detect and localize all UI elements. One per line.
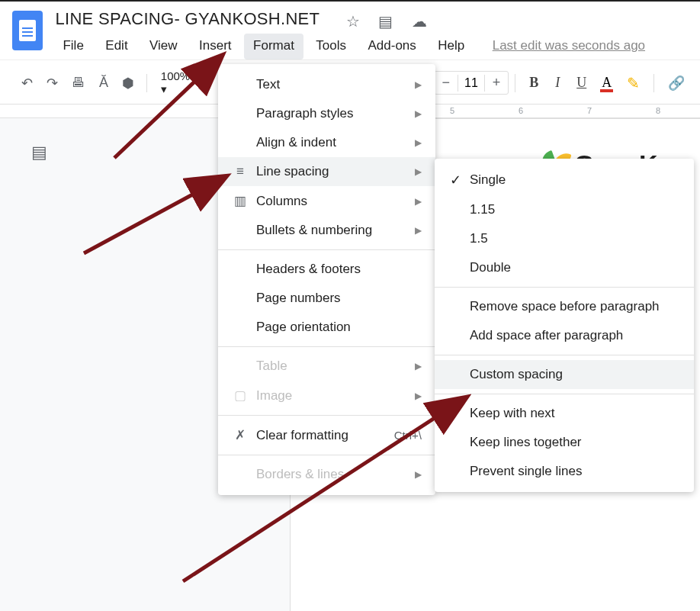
format-line-spacing[interactable]: ≡Line spacing▶ — [218, 157, 435, 186]
print-button[interactable]: 🖶 — [66, 72, 92, 94]
spacing-keep-lines-together[interactable]: Keep lines together — [435, 428, 694, 457]
undo-button[interactable]: ↶ — [15, 72, 39, 95]
spacing-keep-with-next[interactable]: Keep with next — [435, 399, 694, 428]
highlight-button[interactable]: ✎ — [619, 71, 647, 95]
format-dropdown: Text▶ Paragraph styles▶ Align & indent▶ … — [218, 64, 435, 495]
menu-edit[interactable]: Edit — [96, 34, 136, 59]
font-size-plus[interactable]: + — [485, 72, 509, 94]
header: LINE SPACING- GYANKOSH.NET ☆ ▤ ☁ File Ed… — [0, 2, 700, 59]
line-spacing-submenu: ✓Single 1.15 1.5 Double Remove space bef… — [435, 159, 694, 492]
text-color-button[interactable]: A — [596, 72, 618, 94]
spacing-add-after[interactable]: Add space after paragraph — [435, 321, 694, 350]
format-headers-footers[interactable]: Headers & footers — [218, 255, 435, 284]
move-icon[interactable]: ▤ — [378, 13, 393, 30]
menu-tools[interactable]: Tools — [307, 34, 355, 59]
menu-insert[interactable]: Insert — [190, 34, 241, 59]
font-size-minus[interactable]: − — [435, 72, 458, 94]
spacing-single[interactable]: ✓Single — [435, 165, 694, 195]
spacing-prevent-single-lines[interactable]: Prevent single lines — [435, 457, 694, 486]
format-clear-formatting[interactable]: ✗Clear formattingCtrl+\ — [218, 420, 435, 450]
format-image: ▢Image▶ — [218, 381, 435, 410]
format-borders-lines: Borders & lines▶ — [218, 460, 435, 489]
format-text[interactable]: Text▶ — [218, 70, 435, 99]
spacing-115[interactable]: 1.15 — [435, 195, 694, 224]
format-page-numbers[interactable]: Page numbers — [218, 284, 435, 313]
bold-button[interactable]: B — [522, 72, 546, 94]
docs-logo-icon[interactable] — [12, 11, 43, 50]
outline-toggle-icon[interactable]: ▤ — [26, 140, 52, 166]
menu-file[interactable]: File — [53, 34, 92, 59]
format-columns[interactable]: ▥Columns▶ — [218, 186, 435, 216]
insert-link-button[interactable]: 🔗 — [660, 72, 692, 95]
format-bullets-numbering[interactable]: Bullets & numbering▶ — [218, 216, 435, 245]
format-paragraph-styles[interactable]: Paragraph styles▶ — [218, 99, 435, 128]
underline-button[interactable]: U — [569, 72, 594, 94]
menubar: File Edit View Insert Format Tools Add-o… — [52, 34, 645, 59]
font-size-value[interactable]: 11 — [458, 75, 485, 92]
italic-button[interactable]: I — [547, 72, 567, 94]
spacing-remove-before[interactable]: Remove space before paragraph — [435, 292, 694, 321]
zoom-select[interactable]: 100% ▾ — [153, 66, 200, 99]
menu-view[interactable]: View — [140, 34, 187, 59]
clear-format-icon: ✗ — [230, 427, 250, 443]
paint-format-button[interactable]: ⬢ — [116, 72, 140, 95]
spellcheck-button[interactable]: Ă — [93, 72, 114, 94]
last-edit-link[interactable]: Last edit was seconds ago — [493, 38, 645, 53]
star-icon[interactable]: ☆ — [346, 13, 360, 30]
format-table: Table▶ — [218, 352, 435, 381]
line-spacing-icon: ≡ — [230, 164, 250, 179]
spacing-double[interactable]: Double — [435, 253, 694, 282]
redo-button[interactable]: ↷ — [40, 72, 64, 95]
format-page-orientation[interactable]: Page orientation — [218, 313, 435, 342]
font-size-group: − 11 + — [434, 71, 509, 95]
menu-format[interactable]: Format — [244, 34, 303, 59]
image-icon: ▢ — [230, 388, 250, 404]
columns-icon: ▥ — [230, 193, 250, 209]
menu-help[interactable]: Help — [429, 34, 474, 59]
format-align-indent[interactable]: Align & indent▶ — [218, 128, 435, 157]
document-title[interactable]: LINE SPACING- GYANKOSH.NET — [52, 8, 323, 31]
spacing-15[interactable]: 1.5 — [435, 224, 694, 253]
menu-addons[interactable]: Add-ons — [358, 34, 425, 59]
check-icon: ✓ — [445, 172, 465, 188]
spacing-custom[interactable]: Custom spacing — [435, 360, 694, 389]
cloud-icon[interactable]: ☁ — [412, 13, 427, 30]
